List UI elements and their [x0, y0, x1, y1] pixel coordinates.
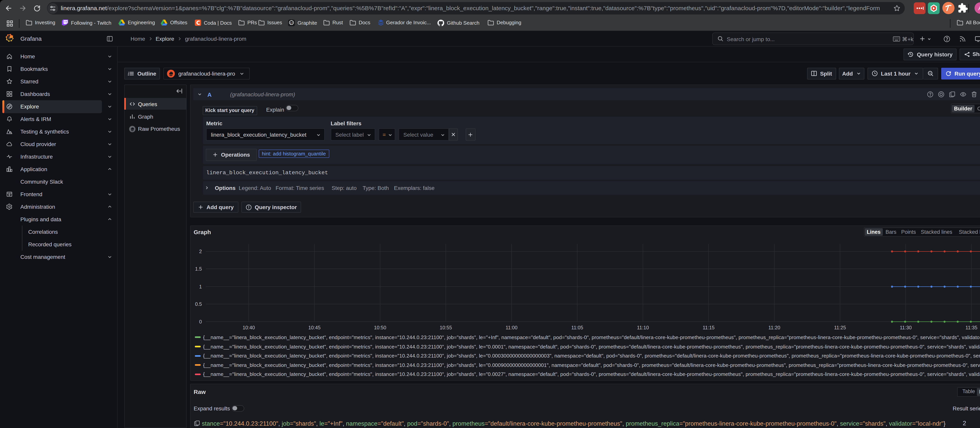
svg-text:11:30: 11:30	[900, 325, 912, 330]
svg-text:10:50: 10:50	[374, 325, 386, 330]
svg-text:11:15: 11:15	[702, 325, 714, 330]
svg-text:11:05: 11:05	[571, 325, 583, 330]
svg-text:10:40: 10:40	[242, 325, 255, 330]
svg-text:10:45: 10:45	[308, 325, 320, 330]
svg-text:11:00: 11:00	[505, 325, 517, 330]
svg-text:11:35: 11:35	[965, 325, 977, 330]
svg-text:11:10: 11:10	[637, 325, 649, 330]
svg-text:0.5: 0.5	[195, 301, 202, 307]
svg-text:2: 2	[199, 249, 202, 254]
svg-text:k6: k6	[9, 132, 11, 133]
svg-text:1.5: 1.5	[195, 266, 202, 271]
svg-text:1: 1	[199, 284, 202, 289]
svg-text:11:25: 11:25	[834, 325, 846, 330]
svg-text:17: 17	[290, 22, 293, 24]
svg-text:11:20: 11:20	[768, 325, 780, 330]
svg-text:0: 0	[199, 319, 202, 324]
svg-text:10:55: 10:55	[439, 325, 452, 330]
